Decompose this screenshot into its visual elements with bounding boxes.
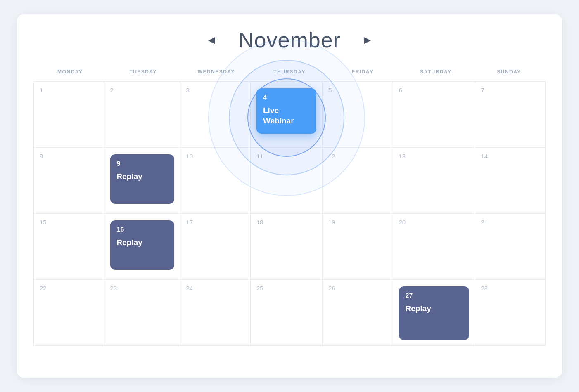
weekday-wednesday: WEDNESDAY [180,66,253,81]
day-number-14: 14 [481,153,540,160]
day-number-19: 19 [328,219,387,226]
replay-card-16[interactable]: 16 Replay [110,220,174,270]
calendar-cell-4: 4 Live Webinar [251,82,323,148]
live-webinar-card[interactable]: 4 Live Webinar [256,88,316,134]
replay-card-27[interactable]: 27 Replay [399,286,469,340]
calendar-cell-20: 20 [393,214,475,280]
replay-day-27: 27 [406,292,463,300]
calendar-cell-11: 11 [251,148,323,214]
calendar-cell-12: 12 [323,148,393,214]
replay-card-9[interactable]: 9 Replay [110,154,174,204]
day-number-22: 22 [40,285,98,292]
calendar-grid: 1 2 3 4 Live Webinar 5 6 [33,81,546,346]
replay-label-27: Replay [406,304,463,314]
weekday-sunday: SUNDAY [472,66,546,81]
day-number-28: 28 [481,285,540,292]
calendar-header: ◀ November ▶ [33,28,546,52]
weekday-thursday: THURSDAY [253,66,326,81]
calendar-cell-13: 13 [393,148,475,214]
day-number-5: 5 [328,87,387,94]
day-number-13: 13 [399,153,469,160]
live-webinar-label: Live Webinar [263,106,310,126]
replay-label-9: Replay [117,172,168,182]
day-number-11: 11 [256,153,316,160]
calendar-cell-2: 2 [104,82,180,148]
day-number-6: 6 [399,87,469,94]
replay-day-16: 16 [117,226,168,234]
calendar-cell-7: 7 [475,82,546,148]
weekday-tuesday: TUESDAY [107,66,180,81]
day-number-20: 20 [399,219,469,226]
calendar-cell-17: 17 [180,214,251,280]
calendar-cell-21: 21 [475,214,546,280]
calendar-cell-10: 10 [180,148,251,214]
day-number-12: 12 [328,153,387,160]
day-number-24: 24 [186,285,245,292]
day-number-25: 25 [256,285,316,292]
day-number-21: 21 [481,219,540,226]
calendar-cell-26: 26 [323,280,393,346]
calendar-cell-16: 16 Replay [104,214,180,280]
weekday-labels: MONDAY TUESDAY WEDNESDAY THURSDAY FRIDAY… [33,66,546,81]
weekday-saturday: SATURDAY [399,66,472,81]
calendar-cell-1: 1 [34,82,104,148]
calendar-cell-22: 22 [34,280,104,346]
day-number-15: 15 [40,219,98,226]
calendar-cell-5: 5 [323,82,393,148]
weekday-monday: MONDAY [33,66,107,81]
replay-day-9: 9 [117,160,168,168]
calendar-cell-14: 14 [475,148,546,214]
calendar-cell-6: 6 [393,82,475,148]
calendar-cell-3: 3 [180,82,251,148]
calendar-cell-19: 19 [323,214,393,280]
calendar-cell-15: 15 [34,214,104,280]
live-webinar-day: 4 [263,94,310,102]
replay-label-16: Replay [117,238,168,248]
day-number-18: 18 [256,219,316,226]
month-title: November [238,28,341,52]
day-number-23: 23 [110,285,174,292]
day-number-10: 10 [186,153,245,160]
prev-month-button[interactable]: ◀ [205,32,218,48]
weekday-friday: FRIDAY [326,66,399,81]
day-number-2: 2 [110,87,174,94]
next-month-button[interactable]: ▶ [361,32,374,48]
day-number-3: 3 [186,87,245,94]
day-number-26: 26 [328,285,387,292]
calendar-cell-25: 25 [251,280,323,346]
calendar-cell-24: 24 [180,280,251,346]
calendar-cell-8: 8 [34,148,104,214]
calendar-cell-18: 18 [251,214,323,280]
day-number-8: 8 [40,153,98,160]
day-number-17: 17 [186,219,245,226]
day-number-1: 1 [40,87,98,94]
calendar-cell-27: 27 Replay [393,280,475,346]
day-number-7: 7 [481,87,540,94]
calendar-cell-28: 28 [475,280,546,346]
calendar-container: ◀ November ▶ MONDAY TUESDAY WEDNESDAY TH… [17,14,562,378]
calendar-cell-23: 23 [104,280,180,346]
calendar-cell-9: 9 Replay [104,148,180,214]
